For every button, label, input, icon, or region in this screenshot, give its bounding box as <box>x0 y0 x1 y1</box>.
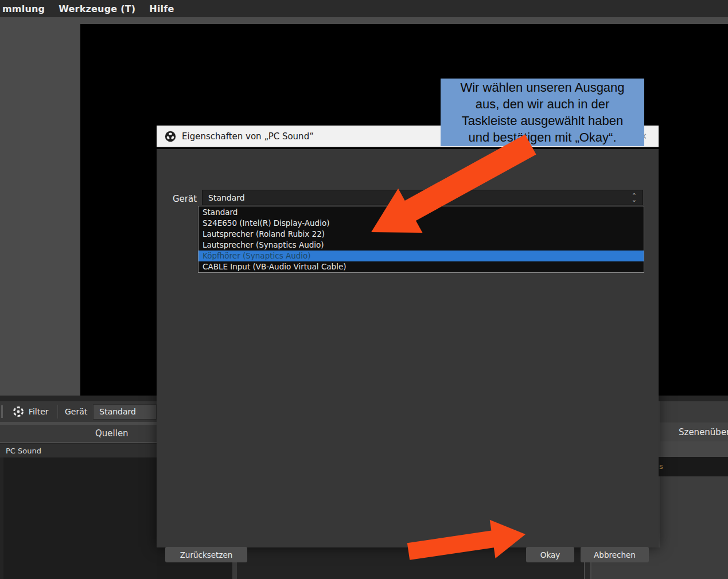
device-label: Gerät <box>65 407 87 416</box>
device-dropdown[interactable]: Standard <box>93 404 157 420</box>
dropdown-option[interactable]: Lautsprecher (Synaptics Audio) <box>198 240 644 251</box>
toolbar-divider <box>57 405 58 418</box>
source-item-label: PC Sound <box>6 447 41 455</box>
dropdown-option[interactable]: Standard <box>198 206 644 217</box>
reset-button[interactable]: Zurücksetzen <box>165 547 247 562</box>
sources-dock-title: Quellen <box>95 428 129 439</box>
dropdown-option[interactable]: Lautsprecher (Roland Rubix 22) <box>198 228 644 239</box>
right-dock-band <box>660 441 728 457</box>
filter-icon <box>12 405 25 418</box>
dropdown-option-selected[interactable]: Köpfhörer (Synaptics Audio) <box>198 251 644 261</box>
dropdown-option[interactable]: S24E650 (Intel(R) Display-Audio) <box>198 217 644 228</box>
device-dropdown-list: Standard S24E650 (Intel(R) Display-Audio… <box>198 206 644 273</box>
annotation-line: Wir wählen unseren Ausgang <box>441 79 644 96</box>
source-toolbar: Filter Gerät Standard <box>0 401 157 422</box>
spinner-icon: ⌃⌄ <box>632 194 637 202</box>
transitions-dock-title: Szenenüberg <box>679 427 728 437</box>
source-list-item[interactable]: PC Sound <box>0 443 157 458</box>
annotation-line: und bestätigen mit „Okay“. <box>441 129 644 146</box>
dropdown-option[interactable]: CABLE Input (VB-Audio Virtual Cable) <box>198 261 644 272</box>
obs-logo-icon <box>165 131 176 142</box>
filter-button[interactable]: Filter <box>12 405 49 418</box>
right-dock-band <box>660 401 728 422</box>
dialog-title: Eigenschaften von „PC Sound“ <box>182 131 314 142</box>
clipped-toolbar-icon <box>1 405 3 418</box>
annotation-callout: Wir wählen unseren Ausgang aus, den wir … <box>441 79 644 146</box>
right-dock-area <box>660 476 728 579</box>
device-combobox-value: Standard <box>208 193 245 202</box>
cancel-button[interactable]: Abbrechen <box>581 547 649 562</box>
device-combobox[interactable]: Standard ⌃⌄ <box>202 190 643 205</box>
sources-dock-header: Quellen <box>0 425 157 442</box>
obs-window: mmlung Werkzeuge (T) Hilfe Filter Gerät … <box>0 0 728 579</box>
transitions-dock-header: Szenenüberg <box>660 422 728 441</box>
annotation-line: aus, den wir auch in der <box>441 96 644 112</box>
menu-item-szenensammlung[interactable]: mmlung <box>2 3 45 14</box>
clipped-text-fragment: s <box>659 462 663 471</box>
right-dock-row: s <box>659 457 728 476</box>
device-dropdown-value: Standard <box>99 407 136 416</box>
menu-item-hilfe[interactable]: Hilfe <box>149 3 174 14</box>
ok-button[interactable]: Okay <box>526 547 574 562</box>
filter-label: Filter <box>29 407 49 416</box>
annotation-line: Taskleiste ausgewählt haben <box>441 112 644 129</box>
sources-list-area[interactable] <box>0 457 160 579</box>
device-field-label: Gerät <box>173 194 197 204</box>
properties-dialog: Eigenschaften von „PC Sound“ ✕ Gerät Sta… <box>157 126 659 547</box>
menu-item-werkzeuge[interactable]: Werkzeuge (T) <box>59 3 135 14</box>
menu-bar: mmlung Werkzeuge (T) Hilfe <box>0 0 728 17</box>
dialog-body: Gerät Standard ⌃⌄ Standard S24E650 (Inte… <box>157 149 659 547</box>
